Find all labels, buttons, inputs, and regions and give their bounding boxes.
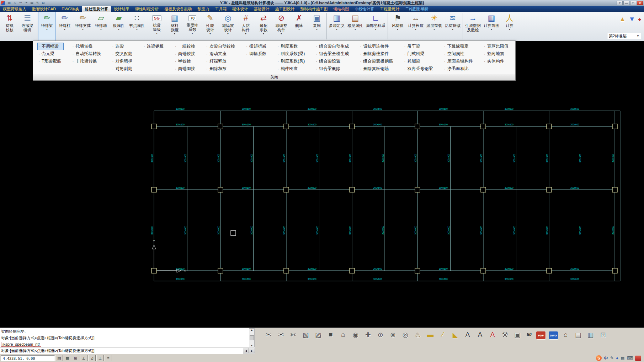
- open-file-icon[interactable]: ⌂: [12, 1, 17, 5]
- calculate-button[interactable]: 人计算▼: [501, 12, 518, 41]
- special-wall-button[interactable]: ▱特殊墙▼: [92, 12, 110, 41]
- menu-item[interactable]: ·设抗剪连接件: [359, 43, 395, 50]
- delete-button[interactable]: ✗删除▼: [290, 12, 308, 41]
- isolation-design-button[interactable]: ◎减隔震设计▼: [219, 12, 237, 41]
- perp-toggle-icon[interactable]: ⊥: [96, 355, 104, 361]
- floor-plan-drawing[interactable]: 300x600300x600300x600300x600300x600300x6…: [0, 41, 644, 328]
- sogou-icon[interactable]: S: [596, 355, 602, 361]
- menu-tab[interactable]: 数智设计CAD: [29, 6, 59, 12]
- menu-item[interactable]: ·交叉配筋: [111, 50, 135, 58]
- magnifier-icon[interactable]: ◎: [400, 329, 411, 340]
- ruler-icon[interactable]: ▬: [425, 329, 436, 340]
- ortho-toggle-icon[interactable]: ⊿: [88, 355, 96, 361]
- menu-item[interactable]: ·调幅系数: [245, 50, 269, 58]
- menu-tab[interactable]: 工具箱: [212, 6, 229, 12]
- zoom-extents-icon[interactable]: ⊗: [388, 329, 398, 340]
- angle-toggle-icon[interactable]: ∠: [80, 355, 87, 361]
- copy-button[interactable]: ▣复制▼: [308, 12, 326, 41]
- new-file-icon[interactable]: ▥: [6, 1, 12, 5]
- calc-length-button[interactable]: ↔计算长度▼: [406, 12, 425, 41]
- menu-tab[interactable]: 二维图形编辑: [402, 6, 431, 12]
- menu-item[interactable]: ·连梁钢板: [143, 43, 166, 50]
- menu-tab[interactable]: 砌体设计: [229, 6, 251, 12]
- menu-tab[interactable]: 楼板及设备振动: [161, 6, 195, 12]
- menu-item[interactable]: ·两端铰接: [174, 50, 198, 58]
- menu-tab[interactable]: 前处理及计算: [82, 6, 111, 12]
- kettle-icon[interactable]: ♨: [413, 329, 423, 340]
- scroll-right-button[interactable]: ▶: [249, 348, 255, 353]
- layers-toggle-icon[interactable]: ≡: [105, 355, 112, 361]
- menu-item[interactable]: ·删抗剪连接件: [359, 50, 395, 58]
- live-load-reduction-button[interactable]: ≋活荷折减▼: [443, 12, 462, 41]
- scroll-left-button[interactable]: ◀: [243, 348, 249, 353]
- snap-toggle-icon[interactable]: ⊞: [72, 355, 79, 361]
- undo-icon[interactable]: ↶: [18, 1, 23, 5]
- font-color-icon[interactable]: A: [487, 329, 498, 340]
- menu-item[interactable]: ·非托墙转换: [71, 58, 103, 65]
- continuous-beam-edit-button[interactable]: ☰连续梁编辑: [18, 12, 36, 41]
- menu-item[interactable]: ·对角斜筋: [111, 65, 135, 72]
- menu-tab[interactable]: 模型荷载输入: [0, 6, 29, 12]
- minimize-button[interactable]: —: [623, 1, 629, 5]
- multi-tower-define-button[interactable]: ▥多塔定义▼: [328, 12, 346, 41]
- ime-keyboard-icon[interactable]: ⌨: [627, 356, 633, 361]
- menu-item[interactable]: ·扭矩折减: [245, 43, 269, 50]
- menu-item[interactable]: ·组合梁翼板钢筋: [359, 58, 395, 65]
- node-property-button[interactable]: ∷节点属性▼: [128, 12, 146, 41]
- menu-item[interactable]: ·竖向地震: [483, 50, 511, 58]
- drawing-canvas[interactable]: 300x600300x600300x600300x600300x600300x6…: [0, 41, 644, 328]
- importance-factor-button[interactable]: 70重要性系数▼: [183, 12, 201, 41]
- maximize-button[interactable]: □: [630, 1, 636, 5]
- menu-item[interactable]: ·吊车梁: [403, 43, 436, 50]
- menu-item[interactable]: ·删除释放: [205, 65, 238, 72]
- menu-tab[interactable]: 施工图设计: [272, 6, 297, 12]
- menu-item[interactable]: ·不调幅梁: [37, 43, 64, 50]
- orbit-view-icon[interactable]: ◉: [350, 329, 361, 340]
- menu-item[interactable]: ·连梁: [111, 43, 135, 50]
- menu-item[interactable]: ·次梁自动铰接: [205, 43, 238, 50]
- menu-item[interactable]: ·组合梁设置: [315, 58, 351, 65]
- extend-scissors-icon[interactable]: ✂: [276, 329, 286, 340]
- sogou-toolbox-icon[interactable]: [635, 356, 641, 361]
- menu-item[interactable]: ·净毛面积比: [443, 65, 475, 72]
- menu-item[interactable]: ·实体构件: [483, 58, 511, 65]
- menu-item[interactable]: ·对角暗撑: [111, 58, 135, 65]
- local-axis-button[interactable]: ∟局部坐标系▼: [364, 12, 387, 41]
- menu-item[interactable]: ·门式刚梁: [403, 50, 436, 58]
- calc-diagram-button[interactable]: ▦计算简图▼: [482, 12, 501, 41]
- menu-tab[interactable]: 设计结果: [111, 6, 132, 12]
- slab-property-button[interactable]: ▰板属性▼: [110, 12, 128, 41]
- ime-pen-icon[interactable]: ✎: [610, 356, 614, 361]
- edit-icon[interactable]: ✎: [35, 1, 40, 5]
- menu-item[interactable]: ·组合梁自动生成: [315, 43, 351, 50]
- model-house-icon[interactable]: ⌂: [560, 329, 571, 340]
- camera-icon[interactable]: ▣: [512, 329, 523, 340]
- menu-item[interactable]: ·构件刚度: [276, 65, 307, 72]
- menu-tab[interactable]: 预制构件施工图: [297, 6, 330, 12]
- help-button[interactable]: ?: [617, 1, 623, 5]
- menu-item[interactable]: ·刚度系数(梁): [276, 50, 307, 58]
- menu-item[interactable]: ·空间属性: [443, 50, 475, 58]
- menu-close-button[interactable]: 关闭: [33, 74, 515, 80]
- grid-toggle-icon[interactable]: ▦: [64, 355, 71, 361]
- brush-icon[interactable]: ∕: [437, 329, 448, 340]
- zoom-window-icon[interactable]: ⊕: [375, 329, 386, 340]
- command-prompt[interactable]: 对象:[当前选择方式<点选+框选>(Tab键切换选择方式)]: [1, 348, 95, 353]
- scroll-down-icon[interactable]: ▼: [251, 344, 253, 347]
- form-icon[interactable]: ▤: [573, 329, 584, 340]
- story-up-icon[interactable]: ▲: [619, 15, 626, 23]
- menu-item[interactable]: ·宽厚比限值: [483, 43, 511, 50]
- pdf-export-icon[interactable]: PDF: [536, 331, 545, 339]
- menu-tab[interactable]: DWG转换: [59, 6, 82, 12]
- menu-item[interactable]: ·屋面关键构件: [443, 58, 475, 65]
- menu-item[interactable]: ·两端固接: [174, 65, 198, 72]
- menu-item[interactable]: ·删除翼板钢筋: [359, 65, 395, 72]
- break-scissors-icon[interactable]: ✄: [288, 329, 299, 340]
- seismic-grade-button[interactable]: SG抗震等级▼: [148, 12, 166, 41]
- special-brace-button[interactable]: ✏特殊支撑▼: [74, 12, 92, 41]
- menu-item[interactable]: ·自动托墙转换: [71, 50, 103, 58]
- story-down-icon[interactable]: ▼: [629, 15, 635, 23]
- pin-icon[interactable]: ◆: [638, 17, 641, 22]
- scroll-thumb[interactable]: [250, 335, 254, 340]
- menu-item[interactable]: ·杆端释放: [205, 58, 238, 65]
